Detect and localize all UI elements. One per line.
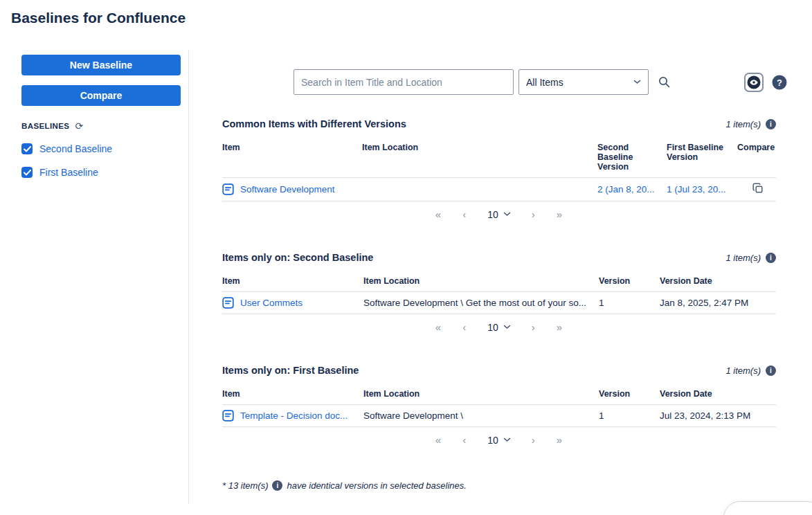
- col-item-location: Item Location: [363, 271, 599, 292]
- col-compare: Compare: [737, 138, 776, 178]
- section-common-items: Common Items with Different Versions 1 i…: [222, 118, 776, 220]
- chevron-down-icon: [503, 325, 511, 329]
- page-size-value: 10: [487, 435, 498, 446]
- main-content: All Items: [189, 50, 812, 504]
- baselines-header: BASELINES ⟳: [21, 121, 181, 131]
- chevron-down-icon: [503, 437, 511, 442]
- version-value: 1: [599, 298, 604, 308]
- search-icon[interactable]: [658, 76, 670, 88]
- compare-button[interactable]: Compare: [21, 85, 181, 106]
- first-page-button[interactable]: «: [435, 321, 442, 333]
- col-version: Version: [599, 384, 660, 405]
- info-icon[interactable]: i: [766, 119, 776, 129]
- col-version-date: Version Date: [660, 271, 776, 292]
- question-icon: ?: [772, 75, 787, 90]
- copy-compare-icon[interactable]: [752, 183, 764, 194]
- note-suffix: have identical versions in selected base…: [287, 480, 466, 491]
- items-filter-value: All Items: [526, 77, 563, 88]
- chevron-down-icon: [503, 212, 511, 217]
- pagination: « ‹ 10 › »: [222, 208, 776, 220]
- app-window: Baselines for Confluence New Baseline Co…: [0, 0, 812, 515]
- col-second-baseline-version: Second Baseline Version: [597, 138, 667, 178]
- item-count-text: 1 item(s): [725, 365, 761, 376]
- refresh-icon[interactable]: ⟳: [75, 121, 83, 131]
- sidebar: New Baseline Compare BASELINES ⟳ Second …: [21, 50, 181, 504]
- pagination: « ‹ 10 › »: [222, 321, 776, 333]
- page-size-select[interactable]: 10: [487, 435, 511, 446]
- version-value: 1: [599, 410, 604, 421]
- baselines-heading: BASELINES: [21, 122, 69, 130]
- toolbar-right-icons: ?: [744, 73, 787, 92]
- info-icon[interactable]: i: [272, 480, 282, 491]
- page-icon: [222, 183, 234, 195]
- item-count-text: 1 item(s): [725, 119, 761, 129]
- prev-page-button[interactable]: ‹: [462, 208, 467, 220]
- item-count: 1 item(s) i: [725, 253, 776, 263]
- first-page-button[interactable]: «: [435, 208, 442, 220]
- section-second-baseline-only: Items only on: Second Baseline 1 item(s)…: [222, 252, 776, 333]
- checkbox-second-baseline[interactable]: [21, 143, 33, 154]
- baseline-link-first[interactable]: First Baseline: [39, 167, 98, 178]
- table-row: User Commets Software Development \ Get …: [222, 292, 776, 314]
- help-button[interactable]: ?: [772, 75, 787, 90]
- version-date-value: Jan 8, 2025, 2:47 PM: [660, 298, 748, 308]
- first-page-button[interactable]: «: [435, 434, 442, 446]
- items-filter-select[interactable]: All Items: [518, 69, 649, 95]
- section-first-baseline-only: Items only on: First Baseline 1 item(s) …: [222, 365, 776, 446]
- version-date-value: Jul 23, 2024, 2:13 PM: [660, 410, 750, 421]
- last-page-button[interactable]: »: [557, 434, 563, 446]
- note-prefix: * 13 item(s): [222, 480, 268, 491]
- col-item-location: Item Location: [363, 384, 599, 405]
- new-baseline-button[interactable]: New Baseline: [21, 55, 181, 75]
- page-icon: [222, 297, 234, 309]
- second-baseline-table: Item Item Location Version Version Date …: [222, 271, 776, 314]
- item-link[interactable]: User Commets: [240, 298, 303, 308]
- last-page-button[interactable]: »: [557, 208, 563, 220]
- search-input[interactable]: [294, 69, 514, 95]
- baseline-item-second: Second Baseline: [21, 143, 181, 154]
- checkbox-first-baseline[interactable]: [21, 167, 33, 178]
- next-page-button[interactable]: ›: [532, 434, 536, 446]
- baseline-link-second[interactable]: Second Baseline: [39, 143, 112, 154]
- section-title: Items only on: Second Baseline: [222, 252, 373, 263]
- second-baseline-version-link[interactable]: 2 (Jan 8, 20...: [597, 184, 655, 195]
- prev-page-button[interactable]: ‹: [462, 321, 467, 333]
- corner-widget-button[interactable]: [723, 501, 812, 515]
- info-icon[interactable]: i: [766, 365, 776, 376]
- page-size-select[interactable]: 10: [487, 322, 511, 333]
- col-item: Item: [222, 138, 362, 178]
- last-page-button[interactable]: »: [557, 321, 563, 333]
- item-count: 1 item(s) i: [725, 119, 776, 129]
- page-size-value: 10: [487, 322, 498, 333]
- col-version: Version: [599, 271, 660, 292]
- layout: New Baseline Compare BASELINES ⟳ Second …: [0, 50, 812, 504]
- item-location: Software Development \: [363, 410, 593, 421]
- pagination: « ‹ 10 › »: [222, 434, 776, 446]
- check-icon: [24, 170, 31, 176]
- col-item: Item: [222, 384, 363, 405]
- section-title: Items only on: First Baseline: [222, 365, 359, 376]
- first-baseline-table: Item Item Location Version Version Date …: [222, 384, 776, 427]
- check-icon: [24, 146, 31, 152]
- first-baseline-version-link[interactable]: 1 (Jul 23, 20...: [667, 184, 726, 195]
- svg-text:?: ?: [777, 77, 782, 87]
- item-count: 1 item(s) i: [725, 365, 776, 376]
- col-item-location: Item Location: [362, 138, 597, 178]
- eye-icon: [747, 75, 761, 89]
- next-page-button[interactable]: ›: [532, 208, 536, 220]
- prev-page-button[interactable]: ‹: [462, 434, 467, 446]
- table-row: Software Development 2 (Jan 8, 20... 1 (…: [222, 178, 776, 201]
- next-page-button[interactable]: ›: [532, 321, 536, 333]
- info-icon[interactable]: i: [766, 253, 776, 263]
- item-count-text: 1 item(s): [725, 253, 761, 263]
- watch-button[interactable]: [744, 73, 764, 92]
- col-item: Item: [222, 271, 363, 292]
- table-row: Template - Decision doc... Software Deve…: [222, 405, 776, 427]
- item-link[interactable]: Template - Decision doc...: [240, 410, 348, 421]
- page-title: Baselines for Confluence: [11, 10, 812, 26]
- page-size-select[interactable]: 10: [487, 209, 511, 220]
- item-link[interactable]: Software Development: [240, 184, 335, 195]
- item-location: Software Development \ Get the most out …: [363, 298, 593, 308]
- common-items-table: Item Item Location Second Baseline Versi…: [222, 138, 776, 201]
- identical-versions-note: * 13 item(s) i have identical versions i…: [222, 480, 776, 491]
